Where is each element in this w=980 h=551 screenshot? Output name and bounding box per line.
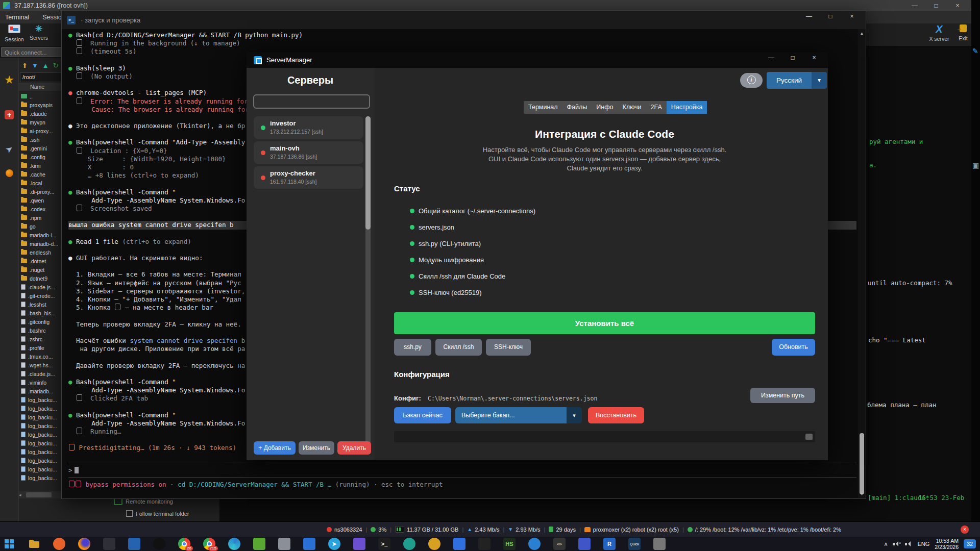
taskbar-app-icon[interactable] bbox=[278, 538, 290, 550]
tab-инфо[interactable]: Инфо bbox=[592, 101, 618, 114]
terminal-scrollbar[interactable]: ▲ ▼ bbox=[858, 29, 866, 498]
server-list-item[interactable]: investor173.212.212.157 [ssh] bbox=[254, 116, 363, 139]
server-list-scrollbar[interactable] bbox=[365, 116, 371, 446]
change-path-button[interactable]: Изменить путь bbox=[750, 388, 815, 403]
maximize-button[interactable]: □ bbox=[782, 52, 803, 63]
close-button[interactable]: × bbox=[803, 52, 825, 63]
tools-icon[interactable]: + bbox=[0, 110, 18, 119]
install-skill-button[interactable]: Скилл /ssh bbox=[435, 339, 482, 356]
follow-terminal-folder-checkbox[interactable]: Follow terminal folder bbox=[126, 510, 189, 517]
taskbar-quick-notes-icon[interactable]: Quick bbox=[628, 538, 641, 550]
remote-monitoring-button[interactable]: Remote monitoring bbox=[114, 498, 173, 505]
folder-icon bbox=[21, 129, 27, 133]
edit-server-button[interactable]: Изменить bbox=[299, 441, 334, 455]
taskbar-chrome-icon[interactable]: 26 bbox=[178, 538, 190, 550]
browser-ball-icon[interactable] bbox=[0, 169, 18, 179]
taskbar-app-icon[interactable] bbox=[653, 538, 666, 550]
taskbar-chrome-alt-icon[interactable]: 715 bbox=[203, 538, 215, 550]
server-list-item[interactable]: main-ovh37.187.136.86 [ssh] bbox=[254, 141, 363, 164]
x-server-button[interactable]: X X server bbox=[925, 24, 953, 42]
language-indicator[interactable]: ENG bbox=[917, 541, 929, 547]
upload-icon[interactable]: ▲ bbox=[42, 62, 49, 69]
log-bar-scroll-nub[interactable] bbox=[805, 434, 813, 440]
taskbar-app-icon[interactable] bbox=[478, 538, 491, 550]
taskbar-app-icon[interactable] bbox=[253, 538, 265, 550]
taskbar-terminal-icon[interactable]: >_ bbox=[378, 538, 390, 550]
close-button[interactable]: × bbox=[947, 0, 968, 11]
refresh-button[interactable]: Обновить bbox=[772, 339, 815, 356]
download-icon[interactable]: ▼ bbox=[32, 62, 38, 69]
tab-терминал[interactable]: Терминал bbox=[524, 101, 562, 114]
scrollbar-thumb[interactable] bbox=[365, 116, 371, 230]
taskbar-app-icon[interactable]: R bbox=[603, 538, 616, 550]
speaker-icon[interactable] bbox=[905, 541, 912, 547]
file-name: mariadb-i... bbox=[30, 232, 57, 238]
tab-настройка[interactable]: Настройка bbox=[667, 101, 707, 114]
tab-2fa[interactable]: 2FA bbox=[646, 101, 667, 114]
maximize-button[interactable]: □ bbox=[925, 0, 947, 11]
install-sshkey-button[interactable]: SSH-ключ bbox=[486, 339, 531, 356]
tray-chevron-icon[interactable]: ∧ bbox=[884, 541, 888, 547]
desktop-app-icon[interactable]: ▣ bbox=[972, 161, 979, 169]
taskbar-firefox-icon[interactable] bbox=[78, 538, 90, 550]
install-all-button[interactable]: Установить всё bbox=[394, 312, 815, 334]
maximize-button[interactable]: □ bbox=[820, 11, 841, 22]
backup-now-button[interactable]: Бэкап сейчас bbox=[394, 407, 451, 423]
taskbar-app-icon[interactable] bbox=[528, 538, 541, 550]
file-list-hscrollbar[interactable]: ◂ bbox=[19, 491, 62, 498]
taskbar-app-icon[interactable]: </> bbox=[553, 538, 566, 550]
info-icon: i bbox=[747, 76, 756, 84]
taskbar-app-icon[interactable] bbox=[453, 538, 465, 550]
minimize-button[interactable]: — bbox=[904, 0, 925, 11]
restore-button[interactable]: Восстановить bbox=[588, 407, 644, 423]
desktop-pencil-icon[interactable]: ✎ bbox=[972, 47, 978, 55]
taskbar-edge-icon[interactable] bbox=[228, 538, 240, 550]
minimize-button[interactable]: — bbox=[798, 11, 820, 22]
servers-button[interactable]: ✳ Servers bbox=[27, 24, 51, 41]
terminal-text: Bash(powershell -Command " bbox=[76, 378, 176, 386]
scroll-down-icon[interactable]: ▼ bbox=[858, 492, 866, 496]
taskbar-file-explorer-icon[interactable] bbox=[28, 538, 40, 550]
info-button[interactable]: i bbox=[740, 73, 763, 88]
scrollbar-thumb[interactable] bbox=[860, 433, 864, 494]
install-sshpy-button[interactable]: ssh.py bbox=[394, 339, 431, 356]
favorites-star-icon[interactable]: ★ bbox=[0, 73, 18, 87]
taskbar-app-icon[interactable] bbox=[578, 538, 591, 550]
taskbar-photos-icon[interactable] bbox=[128, 538, 140, 550]
status-section-title: Статус bbox=[394, 184, 420, 193]
add-server-button[interactable]: + Добавить bbox=[254, 441, 296, 455]
server-search-input[interactable] bbox=[253, 94, 370, 109]
taskbar-app-icon[interactable] bbox=[428, 538, 440, 550]
scroll-up-icon[interactable]: ▲ bbox=[858, 31, 866, 36]
tofu-glyph-icon bbox=[77, 147, 82, 154]
muted-speaker-icon[interactable]: × bbox=[893, 541, 900, 547]
taskbar-app-icon[interactable] bbox=[303, 538, 315, 550]
refresh-icon[interactable]: ↻ bbox=[53, 62, 59, 69]
menu-terminal[interactable]: Terminal bbox=[5, 14, 29, 21]
taskbar-app-icon[interactable] bbox=[353, 538, 365, 550]
clock[interactable]: 10:53 AM2/23/2026 bbox=[935, 538, 959, 550]
server-list-item[interactable]: proxy-checker161.97.118.40 [ssh] bbox=[254, 166, 363, 189]
exit-button[interactable]: Exit bbox=[955, 24, 971, 41]
session-button[interactable]: Session bbox=[2, 24, 27, 42]
backup-select-dropdown[interactable]: Выберите бэкап... ▾ bbox=[455, 407, 582, 423]
taskbar-windows-start-icon[interactable] bbox=[3, 538, 15, 550]
minimize-button[interactable]: — bbox=[761, 52, 782, 63]
taskbar-heidisql-icon[interactable]: HS bbox=[503, 538, 516, 550]
taskbar-brave-icon[interactable] bbox=[53, 538, 65, 550]
folder-up-icon[interactable]: ⬆ bbox=[22, 62, 28, 69]
taskbar-app-icon[interactable] bbox=[403, 538, 415, 550]
terminal-prompt[interactable]: > bbox=[68, 466, 79, 475]
telegram-icon[interactable]: ➤ bbox=[0, 144, 18, 155]
taskbar-app-icon[interactable] bbox=[103, 538, 115, 550]
delete-server-button[interactable]: Удалить bbox=[337, 441, 371, 455]
notification-badge[interactable]: 32 bbox=[964, 539, 976, 548]
taskbar-telegram-icon[interactable]: ➤ bbox=[328, 538, 340, 550]
close-button[interactable]: × bbox=[841, 11, 863, 22]
language-dropdown[interactable]: Русский ▾ bbox=[767, 72, 827, 89]
monitor-close-icon[interactable]: × bbox=[961, 525, 969, 534]
terminal-text bbox=[68, 147, 76, 155]
tab-файлы[interactable]: Файлы bbox=[562, 101, 592, 114]
taskbar-app-icon[interactable] bbox=[153, 538, 165, 550]
tab-ключи[interactable]: Ключи bbox=[618, 101, 646, 114]
